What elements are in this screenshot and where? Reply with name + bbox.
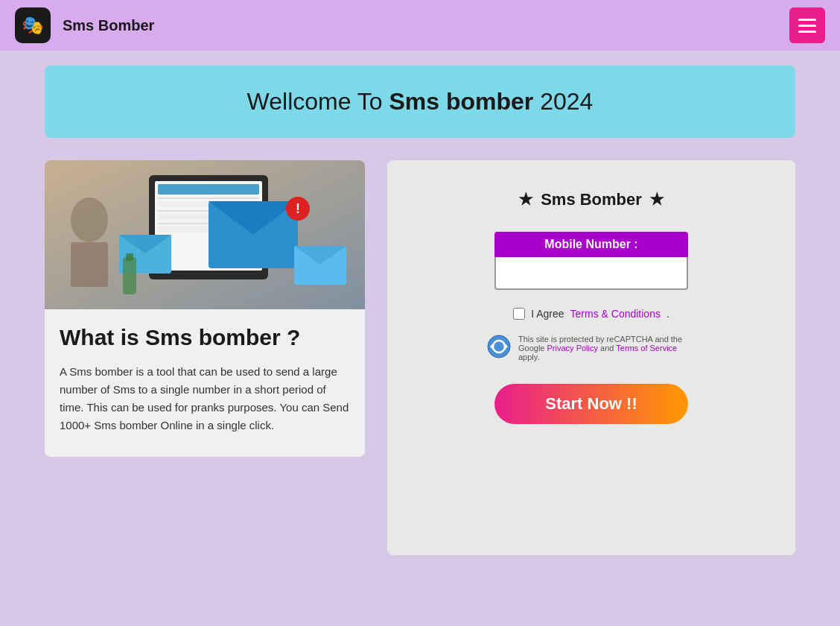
recaptcha-notice: This site is protected by reCAPTCHA and … xyxy=(487,335,696,361)
navbar: 🎭 Sms Bomber xyxy=(0,0,840,51)
right-card-title: ★ Sms Bomber ★ xyxy=(518,190,664,209)
right-card: ★ Sms Bomber ★ Mobile Number : I Agree T… xyxy=(387,160,795,555)
terms-conditions-link[interactable]: Terms & Conditions xyxy=(570,308,661,320)
left-card-heading: What is Sms bomber ? xyxy=(60,324,350,351)
terms-checkbox[interactable] xyxy=(513,308,525,320)
privacy-policy-link[interactable]: Privacy Policy xyxy=(547,344,598,352)
svg-rect-3 xyxy=(158,184,259,195)
svg-rect-4 xyxy=(158,197,259,199)
email-illustration: ! xyxy=(45,160,365,309)
terms-checkbox-row: I Agree Terms & Conditions . xyxy=(513,308,669,320)
menu-button[interactable] xyxy=(789,7,825,43)
logo-icon: 🎭 xyxy=(22,15,44,36)
right-card-title-text: Sms Bomber xyxy=(541,190,642,209)
recaptcha-logo xyxy=(487,335,511,358)
left-card: ! What is Sms bomber ? A xyxy=(45,160,365,457)
svg-rect-21 xyxy=(71,242,108,287)
terms-of-service-link[interactable]: Terms of Service xyxy=(616,344,677,352)
period: . xyxy=(666,308,669,320)
menu-icon-line xyxy=(798,19,816,21)
welcome-heading: Wellcome To Sms bomber 2024 xyxy=(60,88,780,116)
left-card-content: What is Sms bomber ? A Sms bomber is a t… xyxy=(45,309,365,442)
svg-rect-23 xyxy=(126,253,133,261)
svg-rect-22 xyxy=(123,257,136,294)
email-svg: ! xyxy=(45,160,365,309)
two-col-layout: ! What is Sms bomber ? A xyxy=(45,160,795,555)
mobile-number-input[interactable] xyxy=(494,257,688,290)
main-content: Wellcome To Sms bomber 2024 xyxy=(0,51,840,570)
recaptcha-text: This site is protected by reCAPTCHA and … xyxy=(518,335,696,361)
left-card-description: A Sms bomber is a tool that can be used … xyxy=(60,363,350,434)
navbar-left: 🎭 Sms Bomber xyxy=(15,7,154,43)
recaptcha-icon xyxy=(487,335,511,358)
star-right-icon: ★ xyxy=(649,190,664,209)
star-left-icon: ★ xyxy=(518,190,533,209)
welcome-banner: Wellcome To Sms bomber 2024 xyxy=(45,66,795,138)
mobile-number-field-wrapper: Mobile Number : xyxy=(494,232,688,290)
svg-text:!: ! xyxy=(296,201,300,216)
menu-icon-line xyxy=(798,25,816,27)
app-logo: 🎭 xyxy=(15,7,51,43)
menu-icon-line xyxy=(798,31,816,33)
svg-point-20 xyxy=(71,197,108,242)
navbar-title: Sms Bomber xyxy=(63,17,154,34)
i-agree-text: I Agree xyxy=(531,308,564,320)
mobile-number-label: Mobile Number : xyxy=(494,232,688,257)
start-now-button[interactable]: Start Now !! xyxy=(494,384,688,424)
